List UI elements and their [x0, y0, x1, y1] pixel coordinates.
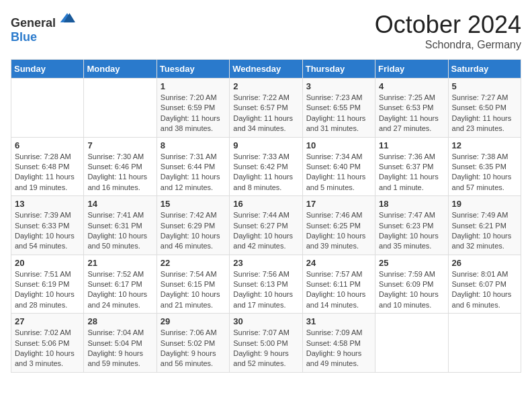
calendar-cell: 17Sunrise: 7:46 AMSunset: 6:25 PMDayligh… [302, 196, 375, 255]
calendar-cell: 24Sunrise: 7:57 AMSunset: 6:11 PMDayligh… [302, 255, 375, 314]
cell-content: Sunrise: 7:56 AMSunset: 6:13 PMDaylight:… [233, 269, 298, 311]
cell-content: Sunrise: 7:38 AMSunset: 6:35 PMDaylight:… [452, 152, 517, 193]
calendar-cell: 22Sunrise: 7:54 AMSunset: 6:15 PMDayligh… [157, 255, 229, 314]
cell-content: Sunrise: 7:27 AMSunset: 6:50 PMDaylight:… [452, 93, 517, 134]
calendar-cell: 28Sunrise: 7:04 AMSunset: 5:04 PMDayligh… [84, 314, 157, 373]
calendar-cell: 8Sunrise: 7:31 AMSunset: 6:44 PMDaylight… [157, 137, 229, 196]
cell-content: Sunrise: 7:51 AMSunset: 6:19 PMDaylight:… [15, 269, 80, 311]
week-row-3: 13Sunrise: 7:39 AMSunset: 6:33 PMDayligh… [11, 196, 521, 255]
day-number: 9 [233, 140, 298, 150]
weekday-header-saturday: Saturday [448, 60, 521, 79]
calendar-cell: 6Sunrise: 7:28 AMSunset: 6:48 PMDaylight… [11, 137, 84, 196]
day-number: 22 [161, 258, 226, 268]
logo-icon [59, 11, 75, 27]
calendar-cell: 19Sunrise: 7:49 AMSunset: 6:21 PMDayligh… [448, 196, 521, 255]
weekday-header-sunday: Sunday [11, 60, 84, 79]
cell-content: Sunrise: 7:47 AMSunset: 6:23 PMDaylight:… [379, 210, 444, 252]
day-number: 17 [306, 199, 371, 209]
week-row-1: 1Sunrise: 7:20 AMSunset: 6:59 PMDaylight… [11, 79, 521, 138]
day-number: 15 [161, 199, 226, 209]
calendar-cell: 9Sunrise: 7:33 AMSunset: 6:42 PMDaylight… [230, 137, 302, 196]
weekday-header-monday: Monday [84, 60, 157, 79]
calendar-cell [448, 314, 521, 373]
cell-content: Sunrise: 7:23 AMSunset: 6:55 PMDaylight:… [306, 93, 371, 134]
day-number: 30 [233, 316, 298, 326]
calendar-cell [11, 79, 84, 138]
cell-content: Sunrise: 7:59 AMSunset: 6:09 PMDaylight:… [379, 269, 444, 311]
calendar-cell: 21Sunrise: 7:52 AMSunset: 6:17 PMDayligh… [84, 255, 157, 314]
calendar-cell: 15Sunrise: 7:42 AMSunset: 6:29 PMDayligh… [157, 196, 229, 255]
calendar-cell: 16Sunrise: 7:44 AMSunset: 6:27 PMDayligh… [230, 196, 302, 255]
calendar-cell: 10Sunrise: 7:34 AMSunset: 6:40 PMDayligh… [302, 137, 375, 196]
day-number: 18 [379, 199, 444, 209]
day-number: 7 [87, 140, 152, 150]
week-row-2: 6Sunrise: 7:28 AMSunset: 6:48 PMDaylight… [11, 137, 521, 196]
logo: General Blue [11, 11, 75, 44]
cell-content: Sunrise: 7:39 AMSunset: 6:33 PMDaylight:… [15, 210, 80, 252]
calendar-cell: 3Sunrise: 7:23 AMSunset: 6:55 PMDaylight… [302, 79, 375, 138]
page-header: General Blue October 2024 Schondra, Germ… [11, 11, 521, 51]
cell-content: Sunrise: 7:02 AMSunset: 5:06 PMDaylight:… [15, 328, 80, 369]
cell-content: Sunrise: 7:09 AMSunset: 4:58 PMDaylight:… [306, 328, 371, 369]
day-number: 2 [233, 81, 298, 91]
day-number: 6 [15, 140, 80, 150]
calendar-cell: 23Sunrise: 7:56 AMSunset: 6:13 PMDayligh… [230, 255, 302, 314]
calendar-cell: 5Sunrise: 7:27 AMSunset: 6:50 PMDaylight… [448, 79, 521, 138]
cell-content: Sunrise: 7:33 AMSunset: 6:42 PMDaylight:… [233, 152, 298, 193]
cell-content: Sunrise: 7:36 AMSunset: 6:37 PMDaylight:… [379, 152, 444, 193]
location-title: Schondra, Germany [375, 39, 521, 51]
calendar-cell: 25Sunrise: 7:59 AMSunset: 6:09 PMDayligh… [375, 255, 448, 314]
cell-content: Sunrise: 7:49 AMSunset: 6:21 PMDaylight:… [452, 210, 517, 252]
calendar-cell: 12Sunrise: 7:38 AMSunset: 6:35 PMDayligh… [448, 137, 521, 196]
cell-content: Sunrise: 7:20 AMSunset: 6:59 PMDaylight:… [161, 93, 226, 134]
week-row-4: 20Sunrise: 7:51 AMSunset: 6:19 PMDayligh… [11, 255, 521, 314]
cell-content: Sunrise: 7:54 AMSunset: 6:15 PMDaylight:… [161, 269, 226, 311]
calendar-cell: 29Sunrise: 7:06 AMSunset: 5:02 PMDayligh… [157, 314, 229, 373]
calendar-cell: 7Sunrise: 7:30 AMSunset: 6:46 PMDaylight… [84, 137, 157, 196]
cell-content: Sunrise: 7:44 AMSunset: 6:27 PMDaylight:… [233, 210, 298, 252]
day-number: 16 [233, 199, 298, 209]
day-number: 29 [161, 316, 226, 326]
weekday-header-tuesday: Tuesday [157, 60, 229, 79]
week-row-5: 27Sunrise: 7:02 AMSunset: 5:06 PMDayligh… [11, 314, 521, 373]
logo-blue: Blue [11, 30, 37, 44]
day-number: 23 [233, 258, 298, 268]
cell-content: Sunrise: 7:41 AMSunset: 6:31 PMDaylight:… [87, 210, 152, 252]
day-number: 21 [87, 258, 152, 268]
cell-content: Sunrise: 7:28 AMSunset: 6:48 PMDaylight:… [15, 152, 80, 193]
cell-content: Sunrise: 7:31 AMSunset: 6:44 PMDaylight:… [161, 152, 226, 193]
calendar-cell [84, 79, 157, 138]
day-number: 31 [306, 316, 371, 326]
day-number: 1 [161, 81, 226, 91]
month-title: October 2024 [375, 11, 521, 39]
day-number: 11 [379, 140, 444, 150]
calendar-cell [375, 314, 448, 373]
day-number: 24 [306, 258, 371, 268]
cell-content: Sunrise: 7:22 AMSunset: 6:57 PMDaylight:… [233, 93, 298, 134]
day-number: 26 [452, 258, 517, 268]
day-number: 19 [452, 199, 517, 209]
cell-content: Sunrise: 7:07 AMSunset: 5:00 PMDaylight:… [233, 328, 298, 369]
calendar-cell: 31Sunrise: 7:09 AMSunset: 4:58 PMDayligh… [302, 314, 375, 373]
weekday-header-thursday: Thursday [302, 60, 375, 79]
cell-content: Sunrise: 7:42 AMSunset: 6:29 PMDaylight:… [161, 210, 226, 252]
cell-content: Sunrise: 7:06 AMSunset: 5:02 PMDaylight:… [161, 328, 226, 369]
cell-content: Sunrise: 7:46 AMSunset: 6:25 PMDaylight:… [306, 210, 371, 252]
day-number: 4 [379, 81, 444, 91]
day-number: 20 [15, 258, 80, 268]
day-number: 5 [452, 81, 517, 91]
calendar-cell: 1Sunrise: 7:20 AMSunset: 6:59 PMDaylight… [157, 79, 229, 138]
weekday-header-row: SundayMondayTuesdayWednesdayThursdayFrid… [11, 60, 521, 79]
day-number: 12 [452, 140, 517, 150]
cell-content: Sunrise: 7:34 AMSunset: 6:40 PMDaylight:… [306, 152, 371, 193]
logo-general: General [11, 16, 56, 30]
cell-content: Sunrise: 7:04 AMSunset: 5:04 PMDaylight:… [87, 328, 152, 369]
calendar-cell: 11Sunrise: 7:36 AMSunset: 6:37 PMDayligh… [375, 137, 448, 196]
calendar-cell: 18Sunrise: 7:47 AMSunset: 6:23 PMDayligh… [375, 196, 448, 255]
day-number: 3 [306, 81, 371, 91]
weekday-header-wednesday: Wednesday [230, 60, 302, 79]
day-number: 10 [306, 140, 371, 150]
calendar-cell: 2Sunrise: 7:22 AMSunset: 6:57 PMDaylight… [230, 79, 302, 138]
calendar-cell: 14Sunrise: 7:41 AMSunset: 6:31 PMDayligh… [84, 196, 157, 255]
cell-content: Sunrise: 7:57 AMSunset: 6:11 PMDaylight:… [306, 269, 371, 311]
